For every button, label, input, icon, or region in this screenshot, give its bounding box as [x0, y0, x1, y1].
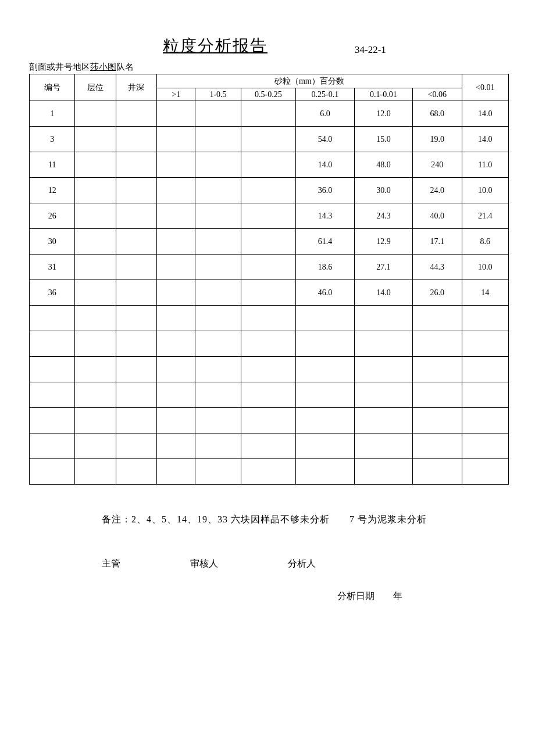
table-cell: [30, 382, 75, 408]
table-cell: [75, 127, 116, 152]
table-cell: 14.0: [296, 152, 354, 178]
table-cell: [354, 408, 412, 433]
table-cell: [296, 408, 354, 433]
table-cell: 48.0: [354, 152, 412, 178]
table-cell: [116, 255, 156, 280]
table-cell: [354, 459, 412, 485]
table-cell: [462, 331, 508, 357]
table-cell: [157, 178, 195, 203]
table-cell: [195, 408, 241, 433]
th-sand-group: 砂粒（mm）百分数: [157, 74, 462, 88]
table-cell: 46.0: [296, 280, 354, 306]
table-cell: 12.9: [354, 229, 412, 255]
meta-suffix: 队名: [116, 62, 134, 71]
table-cell: [116, 433, 156, 459]
table-cell: [75, 459, 116, 485]
table-cell: [116, 382, 156, 408]
table-cell: 36: [30, 280, 75, 306]
th-lt001: <0.01: [462, 74, 508, 101]
table-cell: [195, 306, 241, 331]
table-cell: [462, 357, 508, 382]
table-cell: [75, 357, 116, 382]
table-cell: [157, 203, 195, 229]
th-layer: 层位: [75, 74, 116, 101]
sig-analyst: 分析人: [288, 558, 316, 570]
table-cell: [296, 306, 354, 331]
table-cell: 54.0: [296, 127, 354, 152]
table-cell: [75, 178, 116, 203]
table-row: 3061.412.917.18.6: [30, 229, 509, 255]
table-cell: [195, 459, 241, 485]
table-cell: 10.0: [462, 255, 508, 280]
table-cell: [157, 255, 195, 280]
th-col-5: <0.06: [413, 88, 462, 101]
table-cell: 1: [30, 101, 75, 127]
table-cell: [195, 255, 241, 280]
table-cell: [157, 229, 195, 255]
table-row: 3646.014.026.014: [30, 280, 509, 306]
table-cell: [241, 127, 295, 152]
th-id: 编号: [30, 74, 75, 101]
table-row: 3118.627.144.310.0: [30, 255, 509, 280]
table-cell: [462, 408, 508, 433]
table-cell: 18.6: [296, 255, 354, 280]
table-cell: [195, 229, 241, 255]
table-cell: [195, 280, 241, 306]
table-cell: [116, 331, 156, 357]
table-cell: [195, 101, 241, 127]
table-row: [30, 306, 509, 331]
table-cell: [157, 357, 195, 382]
table-cell: [75, 255, 116, 280]
table-cell: [195, 203, 241, 229]
table-cell: [157, 408, 195, 433]
th-col-4: 0.1-0.01: [354, 88, 412, 101]
sig-reviewer: 审核人: [190, 558, 218, 570]
table-cell: [296, 357, 354, 382]
table-cell: [195, 433, 241, 459]
meta-prefix: 剖面或井号地区: [29, 62, 90, 71]
table-cell: 27.1: [354, 255, 412, 280]
table-cell: 26.0: [413, 280, 462, 306]
table-cell: 6.0: [296, 101, 354, 127]
table-cell: [296, 382, 354, 408]
table-cell: [241, 408, 295, 433]
table-cell: 17.1: [413, 229, 462, 255]
analysis-table: 编号 层位 井深 砂粒（mm）百分数 <0.01 >1 1-0.5 0.5-0.…: [29, 74, 509, 485]
table-cell: [241, 459, 295, 485]
table-cell: [241, 178, 295, 203]
table-cell: [157, 459, 195, 485]
table-cell: [354, 331, 412, 357]
th-col-0: >1: [157, 88, 195, 101]
table-cell: [157, 101, 195, 127]
report-title: 粒度分析报告: [163, 35, 268, 57]
table-cell: [195, 178, 241, 203]
table-body: 16.012.068.014.0354.015.019.014.01114.04…: [30, 101, 509, 485]
table-row: [30, 408, 509, 433]
table-cell: [241, 382, 295, 408]
signature-row: 主管 审核人 分析人: [102, 558, 509, 570]
table-cell: 24.0: [413, 178, 462, 203]
table-cell: [413, 331, 462, 357]
table-cell: [462, 433, 508, 459]
table-cell: [241, 433, 295, 459]
table-cell: [413, 382, 462, 408]
table-cell: [30, 459, 75, 485]
table-cell: [157, 306, 195, 331]
table-cell: [296, 331, 354, 357]
table-row: [30, 459, 509, 485]
table-cell: [75, 101, 116, 127]
table-cell: [116, 152, 156, 178]
analysis-date: 分析日期 年: [337, 590, 509, 603]
table-cell: [157, 331, 195, 357]
table-cell: [30, 306, 75, 331]
table-cell: 11.0: [462, 152, 508, 178]
table-cell: 240: [413, 152, 462, 178]
table-cell: 30: [30, 229, 75, 255]
table-cell: [157, 127, 195, 152]
table-cell: 36.0: [296, 178, 354, 203]
table-cell: 10.0: [462, 178, 508, 203]
table-cell: [30, 408, 75, 433]
table-cell: [116, 203, 156, 229]
table-cell: [241, 152, 295, 178]
table-cell: 8.6: [462, 229, 508, 255]
